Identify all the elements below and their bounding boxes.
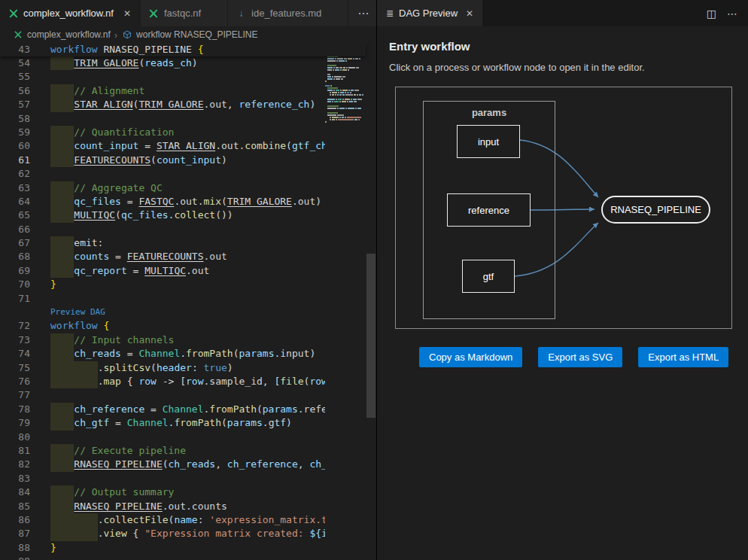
breadcrumb: complex_workflow.nf › workflow RNASEQ_PI…	[0, 26, 376, 43]
tab-overflow-icon[interactable]: ⋯	[348, 0, 378, 26]
dag-node-input[interactable]: input	[457, 125, 520, 158]
editor-tabs: complex_workflow.nf✕fastqc.nf✕↓ide_featu…	[0, 0, 348, 26]
code-line-84[interactable]: 84 // Output summary	[0, 485, 325, 499]
line-number: 56	[0, 84, 30, 98]
nextflow-icon	[8, 8, 19, 19]
editor-tab-fastqc.nf[interactable]: fastqc.nf✕	[141, 0, 228, 26]
code-line-62[interactable]: 62	[0, 167, 325, 181]
code-line-86[interactable]: 86 .collectFile(name: 'expression_matrix…	[0, 513, 325, 527]
line-number: 57	[0, 98, 30, 111]
breadcrumb-file[interactable]: complex_workflow.nf	[12, 29, 111, 41]
copy-as-markdown-button[interactable]: Copy as Markdown	[419, 347, 522, 367]
code-line-78[interactable]: 78 ch_reference = Channel.fromPath(param…	[0, 403, 325, 416]
scrollbar-thumb[interactable]	[366, 254, 376, 418]
line-number: 54	[0, 56, 30, 70]
line-number: 83	[0, 472, 30, 485]
sticky-scroll-line[interactable]: 43workflow RNASEQ_PIPELINE {	[0, 43, 366, 56]
chevron-right-icon: ›	[114, 29, 117, 41]
line-number: 72	[0, 319, 30, 333]
panel-actions: ◫ ⋯	[707, 0, 748, 26]
code-line-55[interactable]: 55	[0, 70, 325, 84]
code-line-85[interactable]: 85 RNASEQ_PIPELINE.out.counts	[0, 500, 325, 513]
line-number: 88	[0, 541, 30, 555]
export-as-svg-button[interactable]: Export as SVG	[538, 347, 622, 367]
code-line-69[interactable]: 69 qc_report = MULTIQC.out	[0, 264, 325, 278]
breadcrumb-symbol[interactable]: workflow RNASEQ_PIPELINE	[121, 29, 257, 41]
dag-node-reference[interactable]: reference	[447, 193, 531, 227]
export-buttons: Copy as Markdown Export as SVG Export as…	[419, 347, 736, 367]
code-line-71[interactable]: 71	[0, 292, 325, 306]
code-line-73[interactable]: 73 // Input channels	[0, 333, 325, 347]
dag-node-rnaseq-pipeline[interactable]: RNASEQ_PIPELINE	[601, 196, 710, 224]
code-line-58[interactable]: 58	[0, 112, 325, 126]
close-icon[interactable]: ✕	[466, 8, 473, 19]
line-number: 84	[0, 485, 30, 499]
line-number: 87	[0, 527, 30, 540]
code-line-76[interactable]: 76 .map { row -> [row.sample_id, [file(r…	[0, 375, 325, 388]
editor-tab-ide_features.md[interactable]: ↓ide_features.md✕	[228, 0, 348, 26]
minimap[interactable]	[325, 44, 366, 560]
code-line-83[interactable]: 83	[0, 472, 325, 485]
code-line-72[interactable]: 72workflow {	[0, 319, 325, 333]
line-number: 66	[0, 223, 30, 236]
code-editor[interactable]: 43workflow RNASEQ_PIPELINE { 54 TRIM_GAL…	[0, 43, 376, 560]
code-line-67[interactable]: 67 emit:	[0, 236, 325, 250]
editor-scrollbar[interactable]	[366, 43, 376, 560]
code-line-61[interactable]: 61 FEATURECOUNTS(count_input)	[0, 154, 325, 167]
markdown-icon: ↓	[236, 8, 247, 19]
line-number: 85	[0, 500, 30, 513]
line-number: 77	[0, 388, 30, 402]
split-editor-icon[interactable]: ◫	[707, 8, 716, 20]
close-icon[interactable]: ✕	[122, 8, 132, 19]
list-icon: ≣	[386, 8, 394, 19]
code-line-64[interactable]: 64 qc_files = FASTQC.out.mix(TRIM_GALORE…	[0, 195, 325, 208]
editor-tab-complex_workflow.nf[interactable]: complex_workflow.nf✕	[0, 0, 141, 26]
code-line-57[interactable]: 57 STAR_ALIGN(TRIM_GALORE.out, reference…	[0, 98, 325, 111]
line-number: 71	[0, 292, 30, 306]
export-as-html-button[interactable]: Export as HTML	[638, 347, 728, 367]
tab-label: complex_workflow.nf	[23, 8, 114, 19]
code-line-65[interactable]: 65 MULTIQC(qc_files.collect())	[0, 208, 325, 222]
line-number: 70	[0, 278, 30, 291]
line-number: 67	[0, 236, 30, 250]
code-line-82[interactable]: 82 RNASEQ_PIPELINE(ch_reads, ch_referenc…	[0, 458, 325, 471]
code-line-88[interactable]: 88}	[0, 541, 325, 555]
code-line-77[interactable]: 77	[0, 388, 325, 402]
code-lines: 54 TRIM_GALORE(reads_ch)5556 // Alignmen…	[0, 56, 325, 560]
line-number: 65	[0, 208, 30, 222]
code-line-75[interactable]: 75 .splitCsv(header: true)	[0, 361, 325, 375]
code-line-70[interactable]: 70}	[0, 278, 325, 291]
code-line-63[interactable]: 63 // Aggregate QC	[0, 181, 325, 195]
code-line-54[interactable]: 54 TRIM_GALORE(reads_ch)	[0, 56, 325, 70]
breadcrumb-file-label: complex_workflow.nf	[27, 29, 111, 40]
line-number: 82	[0, 458, 30, 471]
code-line-89[interactable]: 89	[0, 555, 325, 560]
codelens-preview-dag[interactable]: Preview DAG	[0, 306, 325, 319]
code-line-79[interactable]: 79 ch_gtf = Channel.fromPath(params.gtf)	[0, 416, 325, 430]
cluster-label: params	[424, 107, 555, 118]
code-line-81[interactable]: 81 // Execute pipeline	[0, 444, 325, 458]
code-line-87[interactable]: 87 .view { "Expression matrix created: $…	[0, 527, 325, 540]
code-line-66[interactable]: 66	[0, 223, 325, 236]
line-number: 63	[0, 181, 30, 195]
line-number: 58	[0, 112, 30, 126]
tab-dag-preview[interactable]: ≣ DAG Preview ✕	[377, 0, 482, 26]
more-actions-icon[interactable]: ⋯	[727, 8, 737, 20]
code-line-80[interactable]: 80	[0, 431, 325, 444]
line-number: 62	[0, 167, 30, 181]
line-number: 59	[0, 126, 30, 139]
line-number: 89	[0, 555, 30, 560]
nextflow-icon	[12, 29, 23, 41]
line-number: 61	[0, 154, 30, 167]
dag-node-gtf[interactable]: gtf	[462, 260, 515, 293]
tab-label: ide_features.md	[251, 8, 321, 19]
code-line-59[interactable]: 59 // Quantification	[0, 126, 325, 139]
code-line-74[interactable]: 74 ch_reads = Channel.fromPath(params.in…	[0, 347, 325, 361]
line-number: 75	[0, 361, 30, 375]
code-line-56[interactable]: 56 // Alignment	[0, 84, 325, 98]
code-line-68[interactable]: 68 counts = FEATURECOUNTS.out	[0, 250, 325, 263]
code-line-60[interactable]: 60 count_input = STAR_ALIGN.out.combine(…	[0, 139, 325, 153]
line-number: 81	[0, 444, 30, 458]
line-number: 43	[0, 43, 30, 56]
panel-description: Click on a process or workflow node to o…	[389, 62, 736, 73]
